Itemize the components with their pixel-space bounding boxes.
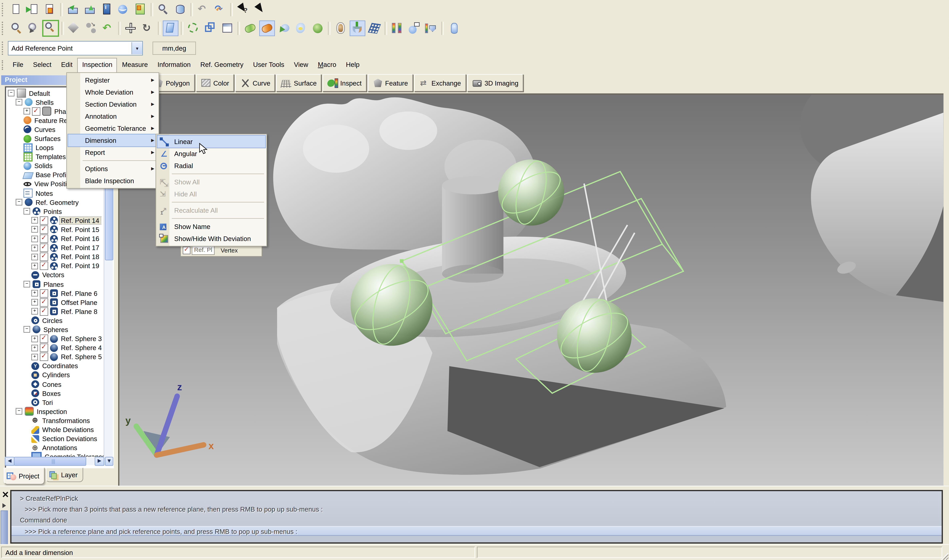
tree-item-cylinders[interactable]: Cylinders bbox=[5, 371, 113, 380]
view-mode-icon[interactable] bbox=[66, 20, 82, 36]
tree-item-coordinates[interactable]: Coordinates bbox=[5, 362, 113, 371]
checkbox-checked[interactable] bbox=[40, 262, 48, 270]
collapse-icon[interactable]: − bbox=[16, 199, 22, 206]
collapse-icon[interactable]: − bbox=[16, 408, 22, 415]
menu-item-geometric-tolerance[interactable]: Geometric Tolerance▶ bbox=[68, 122, 157, 134]
tree-item-notes[interactable]: Notes bbox=[5, 189, 113, 198]
tree-item-transformations[interactable]: Transformations bbox=[5, 416, 113, 425]
menu-item-options[interactable]: Options▶ bbox=[68, 163, 157, 175]
redo-icon[interactable] bbox=[212, 2, 228, 17]
expand-icon[interactable]: + bbox=[31, 263, 38, 269]
tree-item-ref-plane-8[interactable]: +Ref. Plane 8 bbox=[5, 307, 113, 316]
checkbox-checked[interactable] bbox=[40, 353, 48, 361]
menubar-grip[interactable] bbox=[2, 60, 5, 70]
expand-icon[interactable]: + bbox=[31, 290, 38, 297]
import-doc-icon[interactable] bbox=[25, 2, 41, 17]
zoom-region-icon[interactable] bbox=[42, 20, 59, 37]
menu-item-register[interactable]: Register▶ bbox=[68, 74, 157, 86]
tab-feature[interactable]: Feature bbox=[368, 74, 413, 92]
measure-flask-icon[interactable] bbox=[99, 2, 114, 17]
mesh-grid-icon[interactable] bbox=[367, 20, 382, 36]
expand-icon[interactable]: + bbox=[31, 235, 38, 242]
tree-item-vectors[interactable]: Vectors bbox=[5, 271, 113, 280]
tree-item-ref-sphere-4[interactable]: +Ref. Sphere 4 bbox=[5, 343, 113, 352]
submenu-item-linear[interactable]: Linear bbox=[157, 135, 265, 148]
console-side-scrollbar[interactable] bbox=[1, 511, 8, 545]
checkbox-checked[interactable] bbox=[40, 244, 48, 252]
zoom-icon[interactable] bbox=[8, 20, 24, 36]
expand-icon[interactable]: + bbox=[31, 345, 38, 351]
web-browser-icon[interactable] bbox=[116, 2, 131, 17]
resize-grip-icon[interactable] bbox=[941, 552, 948, 560]
tree-item-ref-geometry[interactable]: −Ref. Geometry bbox=[5, 198, 113, 207]
tab-exchange[interactable]: Exchange bbox=[414, 74, 466, 92]
tree-item-ref-point-19[interactable]: +Ref. Point 19 bbox=[5, 261, 113, 270]
submenu-item-recalculate-all[interactable]: Recalculate All bbox=[157, 204, 265, 216]
collapse-icon[interactable]: − bbox=[23, 281, 30, 288]
colorbar-flag-icon[interactable] bbox=[423, 20, 439, 36]
menu-item-annotation[interactable]: Annotation▶ bbox=[68, 110, 157, 122]
transform-view-icon[interactable] bbox=[83, 20, 99, 36]
submenu-item-hide-all[interactable]: Hide All bbox=[157, 188, 265, 200]
toolbar-grip[interactable] bbox=[2, 22, 5, 35]
blob-spots-icon[interactable] bbox=[293, 20, 309, 36]
toolbar-grip[interactable] bbox=[2, 42, 5, 55]
checkbox-checked[interactable] bbox=[183, 246, 191, 254]
tab-color[interactable]: Color bbox=[196, 74, 234, 92]
render-window-icon[interactable] bbox=[219, 20, 235, 36]
console-arrow-icon[interactable] bbox=[2, 503, 8, 508]
menu-item-report[interactable]: Report▶ bbox=[68, 146, 157, 158]
tree-item-spheres[interactable]: −Spheres bbox=[5, 325, 113, 334]
normal-tree-icon[interactable] bbox=[350, 20, 365, 36]
menu-information[interactable]: Information bbox=[153, 58, 196, 72]
rotate-icon[interactable] bbox=[140, 20, 156, 36]
export-folder-icon[interactable] bbox=[82, 2, 98, 17]
colorbar-arrow-icon[interactable] bbox=[390, 20, 405, 36]
tree-item-offset-plane[interactable]: +Offset Plane bbox=[5, 298, 113, 307]
expand-icon[interactable]: + bbox=[23, 108, 30, 115]
expand-icon[interactable]: + bbox=[31, 226, 38, 233]
expand-icon[interactable]: + bbox=[31, 299, 38, 306]
tree-item-annotations[interactable]: Annotations bbox=[5, 443, 113, 452]
undo-view-icon[interactable] bbox=[100, 20, 116, 36]
menu-inspection[interactable]: Inspection bbox=[77, 58, 117, 72]
pan-icon[interactable] bbox=[123, 20, 139, 36]
menu-select[interactable]: Select bbox=[28, 58, 56, 72]
scroll-right-icon[interactable]: ▶ bbox=[95, 457, 104, 466]
checkbox-checked[interactable] bbox=[40, 334, 48, 343]
tree-item-tori[interactable]: Tori bbox=[5, 398, 113, 407]
tab-curve[interactable]: Curve bbox=[235, 74, 275, 92]
tree-item-boxes[interactable]: Boxes bbox=[5, 389, 113, 398]
panel-tab-project[interactable]: Project bbox=[4, 468, 45, 485]
scroll-left-icon[interactable]: ◀ bbox=[5, 457, 14, 466]
menu-ref-geometry[interactable]: Ref. Geometry bbox=[196, 58, 248, 72]
select-arrow-icon[interactable] bbox=[252, 2, 268, 17]
checkbox-checked[interactable] bbox=[40, 253, 48, 261]
panel-tab-layer[interactable]: Layer bbox=[46, 468, 83, 482]
tree-horizontal-scrollbar[interactable]: ◀ ▶ bbox=[5, 457, 104, 465]
tree-item-cones[interactable]: Cones bbox=[5, 380, 113, 389]
menu-item-dimension[interactable]: Dimension▶ bbox=[68, 134, 157, 146]
expand-icon[interactable]: + bbox=[31, 254, 38, 260]
shell-arrow-icon[interactable] bbox=[276, 20, 292, 36]
blob-flag-icon[interactable] bbox=[406, 20, 422, 36]
tree-item-section-deviations[interactable]: Section Deviations bbox=[5, 434, 113, 443]
tree-item-circles[interactable]: Circles bbox=[5, 316, 113, 325]
expand-icon[interactable]: + bbox=[31, 335, 38, 342]
submenu-item-show-name[interactable]: Show Name bbox=[157, 220, 265, 232]
checkbox-checked[interactable] bbox=[40, 344, 48, 352]
tree-item-ref-point-16[interactable]: +Ref. Point 16 bbox=[5, 234, 113, 243]
submenu-item-show-all[interactable]: Show All bbox=[157, 176, 265, 188]
vase-icon[interactable] bbox=[333, 20, 348, 36]
collapse-icon[interactable]: − bbox=[8, 90, 14, 96]
shaded-view-icon[interactable] bbox=[163, 20, 179, 36]
tree-item-ref-point-17[interactable]: +Ref. Point 17 bbox=[5, 243, 113, 252]
point-cloud-icon[interactable] bbox=[186, 20, 201, 36]
vertex-label[interactable]: Vertex bbox=[220, 247, 238, 254]
command-combobox[interactable]: Add Reference Point ▼ bbox=[8, 41, 143, 55]
collapse-icon[interactable]: − bbox=[23, 208, 30, 215]
ref-plane-field[interactable]: Ref. Pl bbox=[192, 245, 214, 255]
tree-item-ref-sphere-5[interactable]: +Ref. Sphere 5 bbox=[5, 352, 113, 362]
new-doc-icon[interactable] bbox=[8, 2, 24, 17]
open-folder-icon[interactable] bbox=[65, 2, 81, 17]
